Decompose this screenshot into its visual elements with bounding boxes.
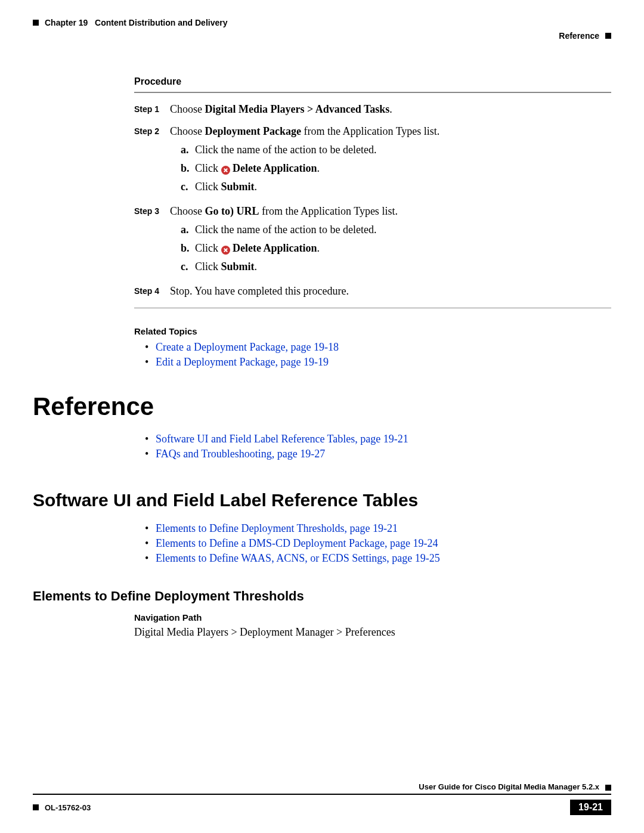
- list-item: Edit a Deployment Package, page 19-19: [145, 356, 611, 368]
- substep-text: Click the name of the action to be delet…: [195, 224, 376, 236]
- substep-list: a.Click the name of the action to be del…: [170, 222, 611, 275]
- procedure-heading: Procedure: [134, 76, 611, 87]
- substep-marker: a.: [181, 222, 195, 238]
- delete-application-icon: [221, 246, 230, 255]
- substep-bold: Delete Application: [230, 242, 317, 254]
- heading-reference: Reference: [33, 392, 611, 421]
- step-row: Step 3 Choose Go to) URL from the Applic…: [134, 203, 611, 277]
- substep-marker: c.: [181, 179, 195, 195]
- related-links: Create a Deployment Package, page 19-18 …: [134, 341, 611, 368]
- chapter-label: Chapter 19: [45, 18, 88, 27]
- substep-bold: Submit: [221, 181, 255, 193]
- substep-pre: Click: [195, 242, 221, 254]
- substep-pre: Click: [195, 181, 221, 193]
- list-item: Software UI and Field Label Reference Ta…: [145, 433, 611, 445]
- step-suffix: .: [389, 103, 392, 115]
- footer-square-icon: [605, 785, 611, 791]
- page-number: 19-21: [570, 800, 611, 815]
- substep: c.Click Submit.: [181, 259, 611, 275]
- step-suffix: from the Application Types list.: [301, 125, 439, 137]
- header-square-icon: [605, 33, 611, 39]
- header-square-icon: [33, 20, 39, 26]
- section-header: Reference: [33, 31, 611, 41]
- guide-title: User Guide for Cisco Digital Media Manag…: [419, 782, 599, 791]
- link-software-ui-tables[interactable]: Software UI and Field Label Reference Ta…: [156, 433, 408, 445]
- substep-post: .: [317, 162, 320, 174]
- substep-marker: a.: [181, 142, 195, 158]
- link-waas-acns-ecds[interactable]: Elements to Define WAAS, ACNS, or ECDS S…: [156, 552, 440, 564]
- divider: [134, 92, 611, 93]
- substep: a.Click the name of the action to be del…: [181, 142, 611, 158]
- step-bold: Digital Media Players > Advanced Tasks: [205, 103, 390, 115]
- substep-bold: Submit: [221, 261, 255, 272]
- step-bold: Go to) URL: [205, 205, 259, 217]
- list-item: Elements to Define Deployment Thresholds…: [145, 522, 611, 535]
- substep: a.Click the name of the action to be del…: [181, 222, 611, 238]
- chapter-title: Content Distribution and Delivery: [95, 18, 227, 27]
- reference-links: Software UI and Field Label Reference Ta…: [134, 433, 611, 460]
- substep-marker: c.: [181, 259, 195, 275]
- substep-post: .: [255, 181, 258, 193]
- step-row: Step 2 Choose Deployment Package from th…: [134, 123, 611, 197]
- link-deployment-thresholds[interactable]: Elements to Define Deployment Thresholds…: [156, 522, 398, 534]
- step-label: Step 2: [134, 123, 170, 197]
- list-item: Elements to Define a DMS-CD Deployment P…: [145, 537, 611, 550]
- link-edit-deployment-package[interactable]: Edit a Deployment Package, page 19-19: [156, 356, 329, 368]
- substep-post: .: [317, 242, 320, 254]
- substep-marker: b.: [181, 160, 195, 176]
- step-text: Stop. You have completed this procedure.: [170, 285, 349, 297]
- footer-square-icon: [33, 804, 39, 810]
- footer-rule: [33, 794, 611, 795]
- step-text: Choose: [170, 103, 205, 115]
- substep: b.Click Delete Application.: [181, 160, 611, 176]
- list-item: Elements to Define WAAS, ACNS, or ECDS S…: [145, 552, 611, 565]
- section-title: Reference: [559, 31, 599, 41]
- substep: c.Click Submit.: [181, 179, 611, 195]
- link-faqs-troubleshooting[interactable]: FAQs and Troubleshooting, page 19-27: [156, 448, 325, 460]
- list-item: Create a Deployment Package, page 19-18: [145, 341, 611, 354]
- step-label: Step 1: [134, 101, 170, 117]
- ui-table-links: Elements to Define Deployment Thresholds…: [134, 522, 611, 565]
- step-row: Step 4 Stop. You have completed this pro…: [134, 283, 611, 299]
- link-create-deployment-package[interactable]: Create a Deployment Package, page 19-18: [156, 341, 339, 353]
- list-item: FAQs and Troubleshooting, page 19-27: [145, 448, 611, 460]
- page-footer: User Guide for Cisco Digital Media Manag…: [33, 782, 611, 815]
- related-topics-heading: Related Topics: [134, 326, 611, 336]
- substep-pre: Click: [195, 261, 221, 272]
- step-bold: Deployment Package: [205, 125, 301, 137]
- substep-bold: Delete Application: [230, 162, 317, 174]
- navigation-path: Digital Media Players > Deployment Manag…: [134, 626, 611, 639]
- substep-marker: b.: [181, 240, 195, 256]
- running-header: Chapter 19 Content Distribution and Deli…: [33, 18, 611, 27]
- heading-software-ui-tables: Software UI and Field Label Reference Ta…: [33, 490, 611, 510]
- substep-text: Click the name of the action to be delet…: [195, 144, 376, 156]
- step-text: Choose: [170, 205, 205, 217]
- link-dms-cd-package[interactable]: Elements to Define a DMS-CD Deployment P…: [156, 537, 438, 549]
- substep: b.Click Delete Application.: [181, 240, 611, 256]
- substep-post: .: [255, 261, 258, 272]
- delete-application-icon: [221, 166, 230, 175]
- heading-deployment-thresholds: Elements to Define Deployment Thresholds: [33, 589, 611, 604]
- divider: [134, 308, 611, 308]
- substep-list: a.Click the name of the action to be del…: [170, 142, 611, 195]
- step-suffix: from the Application Types list.: [259, 205, 398, 217]
- substep-pre: Click: [195, 162, 221, 174]
- doc-id: OL-15762-03: [45, 803, 91, 812]
- step-row: Step 1 Choose Digital Media Players > Ad…: [134, 101, 611, 117]
- step-text: Choose: [170, 125, 205, 137]
- step-label: Step 3: [134, 203, 170, 277]
- step-label: Step 4: [134, 283, 170, 299]
- navigation-path-heading: Navigation Path: [134, 612, 611, 623]
